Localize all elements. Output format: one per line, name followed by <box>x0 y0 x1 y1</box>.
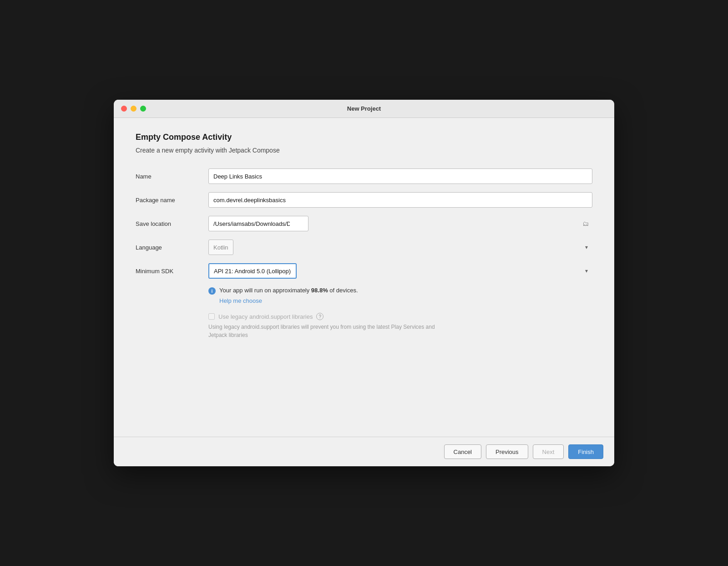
legacy-checkbox <box>208 313 215 320</box>
sdk-info-percent: 98.8% <box>311 287 328 294</box>
name-label: Name <box>136 173 208 180</box>
sdk-select-wrapper: API 21: Android 5.0 (Lollipop) <box>208 263 592 279</box>
legacy-help-icon[interactable]: ? <box>316 313 324 320</box>
help-choose-link[interactable]: Help me choose <box>219 297 262 304</box>
window-title: New Project <box>347 105 381 112</box>
titlebar: New Project <box>114 100 614 118</box>
legacy-description: Using legacy android.support libraries w… <box>208 323 436 339</box>
window-controls <box>121 106 146 112</box>
language-select-wrapper: Kotlin <box>208 240 592 255</box>
location-row: Save location 🗂 <box>136 216 592 231</box>
footer: Cancel Previous Next Finish <box>114 437 614 466</box>
location-label: Save location <box>136 220 208 227</box>
name-row: Name <box>136 168 592 184</box>
folder-icon: 🗂 <box>582 220 589 227</box>
sdk-row: Minimum SDK API 21: Android 5.0 (Lollipo… <box>136 263 592 279</box>
legacy-row: Use legacy android.support libraries ? <box>208 313 592 320</box>
package-row: Package name <box>136 192 592 208</box>
info-icon: i <box>208 287 216 295</box>
package-label: Package name <box>136 197 208 204</box>
content-area: Empty Compose Activity Create a new empt… <box>114 118 614 437</box>
finish-button[interactable]: Finish <box>568 444 603 459</box>
sdk-label: Minimum SDK <box>136 268 208 275</box>
maximize-button[interactable] <box>140 106 146 112</box>
activity-subtitle: Create a new empty activity with Jetpack… <box>136 147 592 154</box>
sdk-info-after: of devices. <box>328 287 358 294</box>
close-button[interactable] <box>121 106 127 112</box>
new-project-window: New Project Empty Compose Activity Creat… <box>114 100 614 466</box>
language-select[interactable]: Kotlin <box>208 240 233 255</box>
location-input[interactable] <box>208 216 308 231</box>
language-label: Language <box>136 244 208 251</box>
sdk-select[interactable]: API 21: Android 5.0 (Lollipop) <box>208 263 297 279</box>
cancel-button[interactable]: Cancel <box>444 444 481 459</box>
previous-button[interactable]: Previous <box>486 444 528 459</box>
minimize-button[interactable] <box>131 106 136 112</box>
language-row: Language Kotlin <box>136 240 592 255</box>
next-button[interactable]: Next <box>533 444 564 459</box>
sdk-info-text: i Your app will run on approximately 98.… <box>208 287 592 295</box>
package-input[interactable] <box>208 192 592 208</box>
sdk-info-message: Your app will run on approximately 98.8%… <box>219 287 358 294</box>
sdk-info: i Your app will run on approximately 98.… <box>208 287 592 305</box>
activity-title: Empty Compose Activity <box>136 133 592 142</box>
sdk-info-before: Your app will run on approximately <box>219 287 311 294</box>
location-input-wrapper: 🗂 <box>208 216 592 231</box>
name-input[interactable] <box>208 168 592 184</box>
legacy-label: Use legacy android.support libraries <box>218 313 313 320</box>
